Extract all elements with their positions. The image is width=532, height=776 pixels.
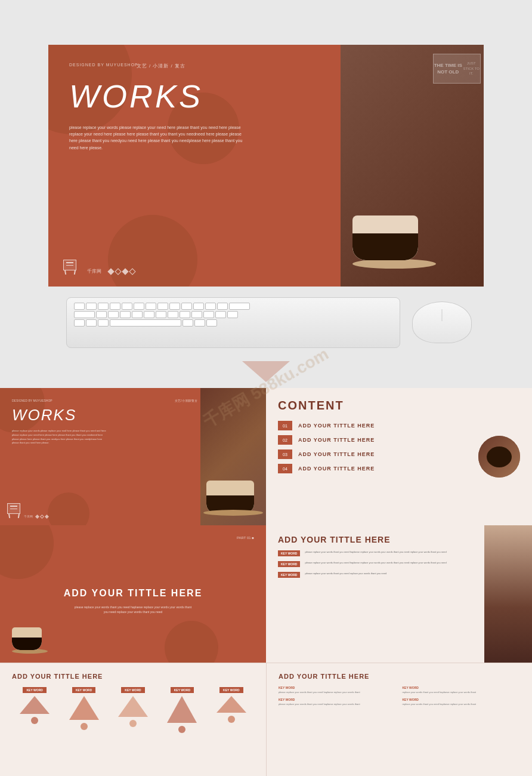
thumb2-coffee-circle bbox=[478, 436, 520, 478]
kw-col-5: KEY WORD bbox=[209, 687, 254, 733]
thumb2-coffee-liquid-circle bbox=[487, 446, 512, 467]
thumb6-inner: ADD YOUR TITTLE HERE KEY WORD please rep… bbox=[267, 663, 532, 776]
thumb1-easel-icon bbox=[7, 503, 20, 518]
qianku-label: 千库网 bbox=[87, 268, 101, 275]
key bbox=[181, 303, 192, 310]
thumb4-photo-bg bbox=[484, 525, 532, 663]
kw-badge-2: KEY WORD bbox=[278, 561, 300, 567]
kw-col1-text-1: please replace your words thant you need… bbox=[279, 691, 397, 694]
key-row-3 bbox=[74, 319, 392, 327]
thumb6-two-col: KEY WORD please replace your words thant… bbox=[279, 686, 520, 710]
content-text-1: ADD YOUR TITTLE HERE bbox=[298, 423, 375, 429]
thumb5-title: ADD YOUR TITTLE HERE bbox=[12, 673, 254, 680]
kw-col1-item-2: KEY WORD please replace your words thant… bbox=[279, 698, 397, 706]
kw-text-1: please replace your words thant you need… bbox=[305, 550, 446, 554]
kw-col2-text-1: replace your words thant you need haplae… bbox=[403, 691, 521, 694]
circle-icon-2 bbox=[81, 723, 88, 730]
easel-legs bbox=[63, 270, 76, 275]
kw-col-badge-2: KEY WORD bbox=[72, 687, 95, 693]
key bbox=[183, 319, 193, 327]
slide-body-text: please replace your words please replace… bbox=[69, 124, 248, 151]
key bbox=[144, 311, 154, 318]
thumb1-coffee-bg bbox=[200, 388, 266, 525]
key bbox=[203, 311, 214, 318]
thumb6-col2: KEY WORD replace your words thant you ne… bbox=[403, 686, 521, 710]
chevron-down-icon bbox=[242, 361, 290, 382]
key bbox=[191, 311, 202, 318]
key bbox=[110, 303, 120, 310]
key bbox=[169, 303, 180, 310]
key bbox=[120, 311, 131, 318]
key bbox=[98, 303, 109, 310]
kw-col-badge-3: KEY WORD bbox=[121, 687, 144, 693]
key bbox=[168, 311, 178, 318]
content-text-4: ADD YOUR TITTLE HERE bbox=[298, 466, 375, 472]
mouse-image bbox=[412, 301, 472, 343]
thumb1-saucer bbox=[203, 510, 263, 516]
kw-col-badge-1: KEY WORD bbox=[23, 687, 46, 693]
easel-leg-right bbox=[73, 270, 75, 275]
thumb3-add-title: ADD YOUR TITTLE HERE bbox=[64, 588, 203, 599]
key bbox=[206, 319, 217, 327]
kw-col1-text-2: please replace your words thant you need… bbox=[279, 703, 397, 706]
content-text-2: ADD YOUR TITTLE HERE bbox=[298, 437, 375, 443]
easel-leg-left bbox=[64, 270, 66, 275]
thumbnail-6: ADD YOUR TITTLE HERE KEY WORD please rep… bbox=[266, 663, 532, 776]
thumb3-coffee-liquid bbox=[12, 638, 42, 650]
thumb1-body: please replace your words please replace… bbox=[12, 429, 107, 445]
key bbox=[96, 311, 107, 318]
thumb1-qianku: 千库网 bbox=[24, 515, 33, 518]
diamond-2 bbox=[115, 268, 121, 275]
thumb3-coffee-cup bbox=[12, 627, 48, 654]
chinese-subtitle: 文艺 / 小清新 / 复古 bbox=[137, 63, 185, 69]
kw-col-badge-5: KEY WORD bbox=[219, 687, 243, 693]
kw-col-3: KEY WORD bbox=[110, 687, 156, 733]
thumb3-cup-body bbox=[12, 627, 42, 650]
thumbnail-4: ADD YOUR TITTLE HERE KEY WORD please rep… bbox=[266, 525, 532, 663]
kw-text-2: please replace your words thant you need… bbox=[305, 561, 446, 565]
thumb1-coffee-photo bbox=[200, 388, 266, 525]
key bbox=[146, 303, 156, 310]
thumb1-leg-left bbox=[8, 514, 10, 518]
thumb4-photo bbox=[484, 525, 532, 663]
thumb1-diamonds bbox=[36, 515, 48, 518]
circle-icon-1 bbox=[31, 717, 38, 724]
content-text-3: ADD YOUR TITTLE HERE bbox=[298, 451, 375, 457]
key bbox=[74, 319, 85, 327]
thumb1-easel-legs bbox=[7, 514, 20, 518]
keyboard-rows bbox=[67, 298, 400, 332]
thumb1-diamond-2 bbox=[40, 514, 44, 518]
key bbox=[217, 303, 228, 310]
thumbnail-grid: DESIGNED BY MUYUESHOP 文艺/小清新/复古 WORKS pl… bbox=[0, 388, 532, 776]
diamond-3 bbox=[122, 268, 128, 275]
keyboard-section bbox=[48, 287, 484, 358]
thumb1-leg-right bbox=[17, 514, 19, 518]
mountain-3 bbox=[118, 696, 148, 717]
key bbox=[134, 303, 144, 310]
kw-col-2: KEY WORD bbox=[61, 687, 106, 733]
kw-col1-label-1: KEY WORD bbox=[279, 686, 397, 689]
key bbox=[215, 311, 226, 318]
key bbox=[86, 303, 97, 310]
thumb2-content-title: CONTENT bbox=[278, 399, 520, 412]
main-slide-container: DESIGNED BY MUYUESHOP 文艺 / 小清新 / 复古 WORK… bbox=[48, 0, 484, 287]
slide-bottom-bar: 千库网 bbox=[87, 268, 135, 275]
key bbox=[122, 303, 132, 310]
diamond-4 bbox=[129, 268, 135, 275]
kw-col-1: KEY WORD bbox=[12, 687, 57, 733]
main-slide: DESIGNED BY MUYUESHOP 文艺 / 小清新 / 复古 WORK… bbox=[48, 45, 484, 287]
thumb6-col1: KEY WORD please replace your words thant… bbox=[279, 686, 397, 710]
kw-col2-label-1: KEY WORD bbox=[403, 686, 521, 689]
content-num-1: 01 bbox=[278, 421, 292, 430]
slide-title: WORKS bbox=[69, 78, 320, 115]
key-spacebar bbox=[110, 319, 181, 327]
thumb1-easel-board bbox=[7, 503, 20, 514]
kw-col2-item-1: KEY WORD replace your words thant you ne… bbox=[403, 686, 521, 694]
key bbox=[205, 303, 216, 310]
key-backspace bbox=[229, 303, 250, 310]
thumbnail-1: DESIGNED BY MUYUESHOP 文艺/小清新/复古 WORKS pl… bbox=[0, 388, 266, 525]
thumb1-bottom-bar: 千库网 bbox=[24, 515, 48, 518]
kw-col1-item-1: KEY WORD please replace your words thant… bbox=[279, 686, 397, 694]
key bbox=[86, 319, 97, 327]
key bbox=[180, 311, 190, 318]
